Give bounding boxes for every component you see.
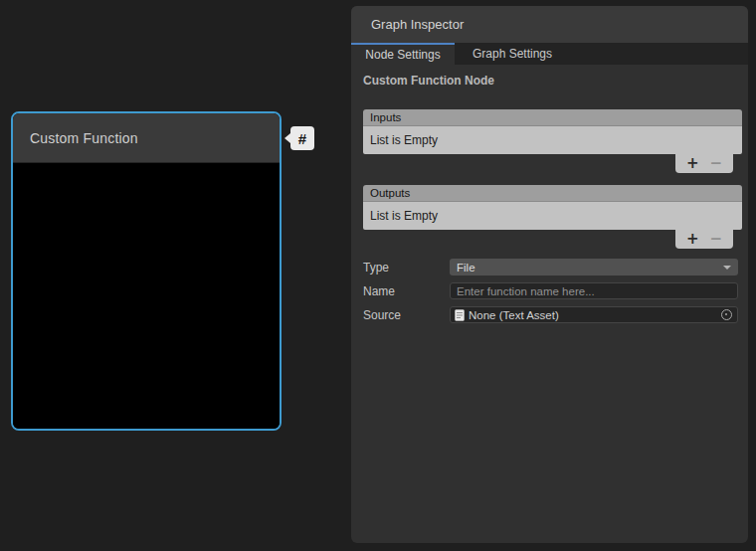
inputs-add-button[interactable]: + bbox=[686, 155, 699, 172]
graph-inspector-panel: Graph Inspector Node Settings Graph Sett… bbox=[351, 6, 748, 543]
node-title-bar[interactable]: Custom Function bbox=[13, 113, 280, 163]
outputs-add-button[interactable]: + bbox=[686, 231, 699, 248]
outputs-empty-label: List is Empty bbox=[370, 209, 438, 223]
type-label: Type bbox=[363, 261, 450, 275]
inputs-list: Inputs List is Empty + − bbox=[363, 109, 742, 173]
tab-bar: Node Settings Graph Settings bbox=[351, 43, 748, 65]
type-dropdown[interactable]: File bbox=[450, 259, 738, 276]
tab-graph-settings-label: Graph Settings bbox=[472, 47, 552, 61]
inputs-remove-button[interactable]: − bbox=[709, 155, 722, 172]
inspector-content: Custom Function Node Inputs List is Empt… bbox=[351, 65, 748, 323]
node-hash-badge[interactable]: # bbox=[290, 126, 314, 150]
node-preview-area bbox=[13, 163, 280, 429]
source-row: Source None (Text Asset) bbox=[363, 306, 738, 323]
outputs-list-footer: + − bbox=[675, 230, 733, 249]
name-row: Name bbox=[363, 282, 738, 299]
hash-icon: # bbox=[298, 130, 306, 147]
inputs-list-footer: + − bbox=[675, 154, 733, 173]
section-heading: Custom Function Node bbox=[363, 74, 742, 88]
inputs-list-header[interactable]: Inputs bbox=[363, 109, 742, 126]
chevron-down-icon bbox=[723, 266, 731, 270]
tab-graph-settings[interactable]: Graph Settings bbox=[455, 43, 570, 65]
badge-tail bbox=[284, 133, 290, 143]
tab-node-settings[interactable]: Node Settings bbox=[351, 43, 455, 65]
outputs-list-empty-row: List is Empty bbox=[363, 202, 742, 230]
type-dropdown-value: File bbox=[457, 262, 475, 274]
custom-function-node[interactable]: Custom Function bbox=[11, 111, 282, 431]
panel-header[interactable]: Graph Inspector bbox=[351, 6, 748, 43]
tab-node-settings-label: Node Settings bbox=[365, 48, 440, 62]
text-asset-icon bbox=[455, 309, 465, 321]
outputs-list-title: Outputs bbox=[370, 187, 410, 199]
panel-title: Graph Inspector bbox=[371, 17, 464, 32]
inputs-list-title: Inputs bbox=[370, 111, 401, 123]
function-name-input[interactable] bbox=[450, 282, 738, 299]
source-object-value: None (Text Asset) bbox=[469, 309, 559, 321]
node-title: Custom Function bbox=[30, 130, 138, 146]
source-object-field[interactable]: None (Text Asset) bbox=[450, 306, 738, 323]
inputs-list-empty-row: List is Empty bbox=[363, 126, 742, 154]
type-row: Type File bbox=[363, 259, 738, 276]
outputs-remove-button[interactable]: − bbox=[709, 231, 722, 248]
outputs-list-header[interactable]: Outputs bbox=[363, 185, 742, 202]
properties: Type File Name Source bbox=[363, 259, 742, 323]
inputs-list-footer-row: + − bbox=[363, 154, 742, 173]
outputs-list: Outputs List is Empty + − bbox=[363, 185, 742, 249]
outputs-list-footer-row: + − bbox=[363, 230, 742, 249]
object-picker-icon[interactable] bbox=[721, 309, 732, 320]
name-label: Name bbox=[363, 284, 450, 298]
inputs-empty-label: List is Empty bbox=[370, 133, 438, 147]
source-label: Source bbox=[363, 308, 450, 322]
